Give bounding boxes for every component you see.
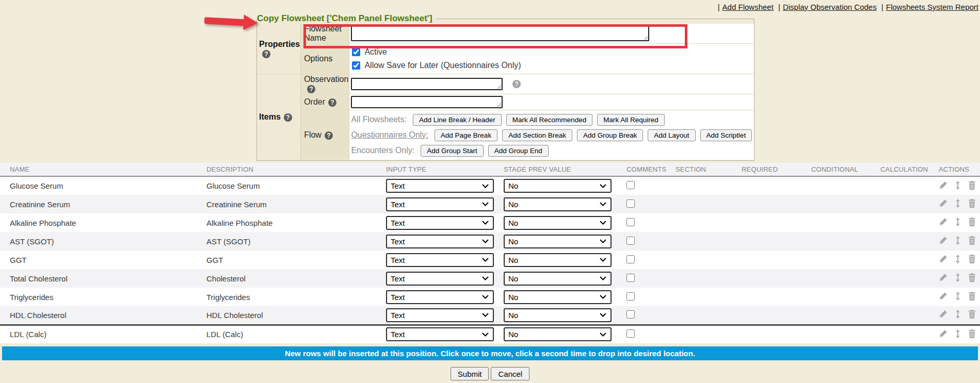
item-calculation (871, 213, 929, 232)
properties-help-icon[interactable]: ? (262, 50, 270, 58)
item-name: AST (SGOT) (0, 232, 197, 251)
chevron-down-icon (600, 313, 606, 317)
edit-pencil-icon[interactable] (939, 310, 947, 319)
delete-trash-icon[interactable] (968, 329, 976, 338)
flow-help-icon[interactable]: ? (325, 131, 333, 140)
comments-checkbox[interactable] (626, 181, 635, 189)
input-type-select[interactable]: Text (386, 290, 494, 304)
item-calculation (871, 306, 929, 325)
add-group-end-button[interactable]: Add Group End (488, 145, 549, 157)
flowsheet-name-input[interactable] (351, 26, 649, 41)
edit-pencil-icon[interactable] (939, 292, 947, 301)
delete-trash-icon[interactable] (968, 236, 976, 245)
comments-checkbox[interactable] (626, 218, 635, 226)
input-type-select[interactable]: Text (386, 179, 494, 193)
active-checkbox[interactable] (352, 48, 360, 56)
stage-prev-value-select[interactable]: No (504, 272, 612, 286)
input-type-select[interactable]: Text (386, 235, 494, 248)
move-updown-icon[interactable] (955, 199, 961, 208)
header-description: DESCRIPTION (197, 163, 376, 176)
input-type-select[interactable]: Text (386, 272, 494, 286)
mark-all-required-button[interactable]: Mark All Required (597, 114, 665, 126)
edit-pencil-icon[interactable] (939, 199, 947, 208)
comments-checkbox[interactable] (626, 199, 635, 208)
move-updown-icon[interactable] (955, 255, 961, 263)
comments-checkbox[interactable] (626, 310, 635, 319)
move-updown-icon[interactable] (955, 236, 961, 245)
allow-save-checkbox[interactable] (352, 61, 360, 70)
input-type-select[interactable]: Text (386, 216, 494, 230)
stage-prev-value-select[interactable]: No (504, 216, 612, 230)
delete-trash-icon[interactable] (968, 181, 976, 190)
stage-prev-value-select[interactable]: No (504, 327, 612, 341)
item-name: GGT (0, 251, 197, 269)
add-group-break-button[interactable]: Add Group Break (577, 129, 643, 141)
edit-pencil-icon[interactable] (939, 181, 947, 190)
delete-trash-icon[interactable] (968, 273, 976, 282)
move-updown-icon[interactable] (955, 310, 961, 319)
comments-checkbox[interactable] (626, 329, 635, 338)
delete-trash-icon[interactable] (968, 255, 976, 263)
stage-prev-value-select[interactable]: No (504, 197, 612, 211)
chevron-down-icon (600, 332, 606, 337)
move-updown-icon[interactable] (955, 329, 961, 338)
cancel-button[interactable]: Cancel (491, 367, 529, 380)
item-description: LDL (Calc) (197, 325, 376, 343)
submit-button[interactable]: Submit (451, 367, 489, 380)
stage-prev-value-select[interactable]: No (504, 308, 612, 322)
stage-prev-value-select[interactable]: No (504, 179, 612, 193)
item-section (666, 232, 732, 251)
move-updown-icon[interactable] (955, 218, 961, 226)
input-type-select[interactable]: Text (386, 197, 494, 211)
comments-checkbox[interactable] (626, 255, 635, 263)
chevron-down-icon (482, 184, 489, 188)
edit-pencil-icon[interactable] (939, 273, 947, 282)
observation-lookup-help-icon[interactable]: ? (512, 80, 521, 88)
add-section-break-button[interactable]: Add Section Break (502, 129, 572, 141)
input-type-select[interactable]: Text (386, 308, 494, 322)
order-input[interactable] (351, 96, 503, 108)
display-observation-codes-link[interactable]: Display Observation Codes (783, 3, 877, 11)
observation-help-icon[interactable]: ? (307, 85, 315, 93)
table-row: Glucose Serum Glucose Serum Text No (0, 176, 980, 195)
item-name: Total Cholesterol (0, 269, 197, 288)
add-group-start-button[interactable]: Add Group Start (421, 145, 484, 157)
observation-input[interactable] (351, 78, 503, 90)
delete-trash-icon[interactable] (968, 199, 976, 208)
header-section: SECTION (666, 163, 732, 176)
item-calculation (871, 269, 929, 288)
comments-checkbox[interactable] (626, 237, 635, 245)
delete-trash-icon[interactable] (968, 310, 976, 319)
input-type-select[interactable]: Text (386, 327, 494, 341)
add-flowsheet-link[interactable]: Add Flowsheet (722, 3, 774, 11)
move-updown-icon[interactable] (955, 292, 961, 301)
comments-checkbox[interactable] (626, 292, 635, 301)
move-updown-icon[interactable] (955, 273, 961, 282)
insertion-position-banner[interactable]: New rows will be inserted at this positi… (2, 346, 978, 360)
flowsheets-system-report-link[interactable]: Flowsheets System Report (886, 3, 978, 11)
mark-all-recommended-button[interactable]: Mark All Recommended (506, 114, 592, 126)
add-line-break-header-button[interactable]: Add Line Break / Header (413, 114, 502, 126)
input-type-select[interactable]: Text (386, 253, 494, 267)
stage-prev-value-select[interactable]: No (504, 253, 612, 267)
add-layout-button[interactable]: Add Layout (648, 129, 695, 141)
edit-pencil-icon[interactable] (939, 329, 947, 338)
stage-prev-value-select[interactable]: No (504, 290, 612, 304)
item-required (732, 195, 801, 213)
item-name: LDL (Calc) (0, 325, 197, 343)
order-help-icon[interactable]: ? (328, 98, 336, 107)
items-help-icon[interactable]: ? (284, 113, 292, 122)
move-updown-icon[interactable] (955, 181, 961, 190)
item-conditional (801, 232, 871, 251)
delete-trash-icon[interactable] (968, 218, 976, 226)
add-page-break-button[interactable]: Add Page Break (435, 129, 497, 141)
item-required (732, 288, 801, 306)
edit-pencil-icon[interactable] (939, 218, 947, 226)
options-label: Options (301, 44, 349, 74)
edit-pencil-icon[interactable] (939, 255, 947, 263)
comments-checkbox[interactable] (626, 274, 635, 282)
edit-pencil-icon[interactable] (939, 236, 947, 245)
stage-prev-value-select[interactable]: No (504, 235, 612, 248)
add-scriptlet-button[interactable]: Add Scriptlet (700, 129, 752, 141)
delete-trash-icon[interactable] (968, 292, 976, 301)
